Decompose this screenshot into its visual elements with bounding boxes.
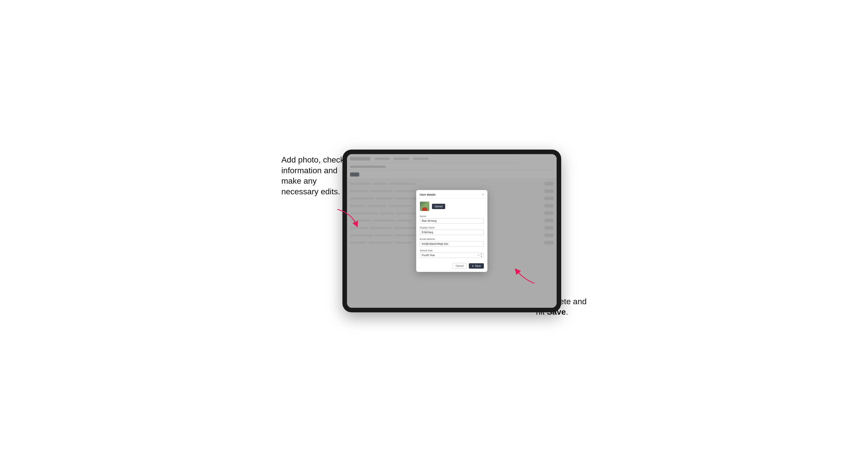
close-icon[interactable]: × — [482, 193, 484, 196]
school-year-label: School Year — [420, 249, 484, 252]
avatar — [420, 201, 429, 211]
save-icon: ⬆ — [472, 265, 474, 267]
email-input[interactable] — [420, 241, 484, 247]
chevron-up-down-icon[interactable]: ▲ ▼ — [480, 253, 482, 258]
clear-icon[interactable]: × — [478, 254, 479, 257]
email-label: Email address — [420, 238, 484, 240]
modal-footer: Cancel ⬆ Save — [416, 261, 488, 272]
save-button[interactable]: ⬆ Save — [469, 263, 484, 269]
cancel-button[interactable]: Cancel — [452, 263, 467, 269]
tablet-screen: User details × Upload Nam — [347, 154, 557, 308]
display-name-field-group: Display name — [420, 226, 484, 235]
display-name-input[interactable] — [420, 230, 484, 235]
display-name-label: Display name — [420, 226, 484, 229]
name-input[interactable] — [420, 218, 484, 224]
modal-overlay: User details × Upload Nam — [347, 154, 557, 308]
annotation-top-left: Add photo, check information and make an… — [281, 155, 347, 197]
scene: Add photo, check information and make an… — [281, 134, 587, 333]
school-year-input[interactable] — [420, 253, 484, 258]
avatar-image — [420, 202, 429, 211]
upload-button[interactable]: Upload — [432, 204, 445, 209]
email-field-group: Email address — [420, 238, 484, 247]
photo-row: Upload — [420, 201, 484, 211]
modal-title: User details — [420, 193, 436, 196]
name-field-group: Name — [420, 215, 484, 224]
modal-body: Upload Name Display name — [416, 198, 488, 261]
name-label: Name — [420, 215, 484, 217]
school-year-select-wrapper: × ▲ ▼ — [420, 253, 484, 258]
user-details-modal: User details × Upload Nam — [416, 190, 488, 272]
school-year-field-group: School Year × ▲ ▼ — [420, 249, 484, 258]
tablet-device: User details × Upload Nam — [342, 150, 561, 312]
modal-header: User details × — [416, 190, 488, 198]
